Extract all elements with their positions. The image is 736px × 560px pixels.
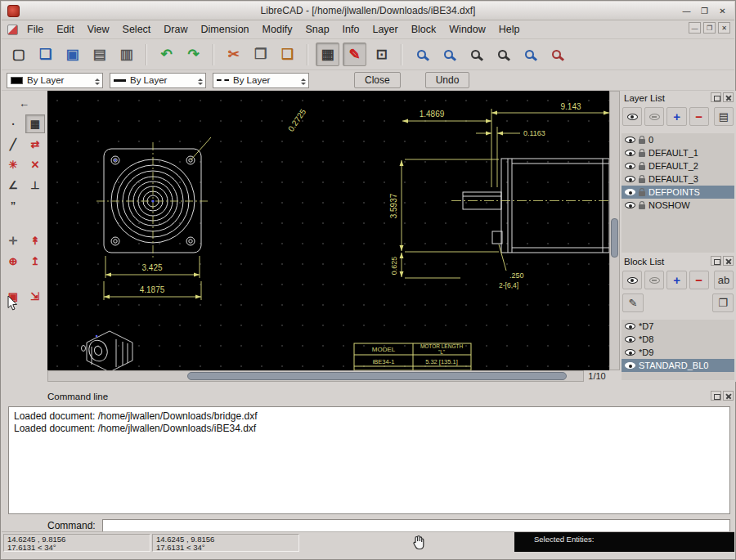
block-row[interactable]: STANDARD_BL0 <box>622 359 734 372</box>
zoom-in-button[interactable] <box>410 43 433 66</box>
hide-all-layers-button[interactable] <box>644 107 664 126</box>
pen-linetype-combo[interactable]: By Layer <box>213 73 309 88</box>
insert-block-tool-button[interactable]: ⇲ <box>25 287 45 306</box>
back-arrow-button[interactable]: ← <box>4 94 44 113</box>
menu-window[interactable]: Window <box>442 21 491 38</box>
float-panel-icon[interactable] <box>711 92 721 102</box>
menu-help[interactable]: Help <box>492 21 527 38</box>
mdi-restore-icon[interactable]: ❐ <box>703 22 716 34</box>
grid-toggle-button[interactable]: ▦ <box>316 43 339 66</box>
layer-visibility-icon[interactable] <box>625 189 635 195</box>
snap-grid-button[interactable]: ⊡ <box>370 43 393 66</box>
snap-grid-tool-button[interactable]: ▦ <box>25 114 45 133</box>
layer-lock-icon[interactable] <box>639 152 645 157</box>
add-block-button[interactable]: + <box>666 271 686 289</box>
layer-lock-icon[interactable] <box>639 191 645 196</box>
angle-tool-button[interactable]: ∠ <box>3 176 23 195</box>
float-panel-icon[interactable] <box>711 391 721 401</box>
block-visibility-icon[interactable] <box>625 362 635 369</box>
redo-button[interactable]: ↷ <box>182 43 205 66</box>
command-panel-header[interactable]: Command line <box>2 389 736 404</box>
block-list-header[interactable]: Block List <box>620 254 736 268</box>
draw-pen-button[interactable]: ✎ <box>343 43 366 66</box>
layer-visibility-icon[interactable] <box>625 176 635 182</box>
paste-button[interactable]: ❑ <box>276 43 299 66</box>
zoom-auto-button[interactable] <box>464 43 487 66</box>
block-row[interactable]: *D7 <box>622 320 734 333</box>
layer-visibility-icon[interactable] <box>625 150 635 156</box>
print-button[interactable]: ▤ <box>88 43 111 66</box>
layer-lock-icon[interactable] <box>639 204 645 209</box>
layer-lock-icon[interactable] <box>639 178 645 183</box>
save-file-button[interactable]: ▣ <box>61 43 84 66</box>
insert-block-button[interactable]: ❐ <box>712 293 734 312</box>
arrows-up-tool-button[interactable]: ↟ <box>25 231 45 250</box>
new-file-button[interactable]: ▢ <box>7 43 30 66</box>
close-panel-icon[interactable] <box>723 92 734 102</box>
rename-block-button[interactable]: ab <box>714 271 734 289</box>
perpendicular-tool-button[interactable]: ⊥ <box>25 176 45 195</box>
maximize-icon[interactable]: ❐ <box>698 4 711 18</box>
open-file-button[interactable]: ❏ <box>34 43 57 66</box>
hide-all-blocks-button[interactable] <box>644 271 664 289</box>
print-preview-button[interactable]: ▥ <box>114 43 138 66</box>
zoom-out-button[interactable] <box>437 43 460 66</box>
close-panel-icon[interactable] <box>723 391 734 401</box>
layer-row[interactable]: DEFAULT_2 <box>622 159 734 172</box>
zoom-previous-button[interactable] <box>491 43 514 66</box>
layer-row[interactable]: NOSHOW <box>622 199 734 212</box>
show-all-blocks-button[interactable] <box>622 271 642 289</box>
combo-arrows-icon[interactable] <box>301 76 306 87</box>
parallel-arrows-tool-button[interactable]: ⇄ <box>25 135 45 154</box>
layer-lock-icon[interactable] <box>639 139 645 144</box>
menu-layer[interactable]: Layer <box>366 21 404 38</box>
menu-info[interactable]: Info <box>336 21 366 38</box>
float-panel-icon[interactable] <box>711 256 721 266</box>
remove-block-button[interactable]: − <box>689 271 709 289</box>
menu-select[interactable]: Select <box>116 21 158 38</box>
layer-lock-icon[interactable] <box>639 165 645 170</box>
add-layer-button[interactable]: + <box>666 107 686 126</box>
layer-visibility-icon[interactable] <box>625 202 635 208</box>
vertical-scrollbar-thumb[interactable] <box>611 218 618 258</box>
title-bar[interactable]: LibreCAD - [/home/jlwallen/Downloads/iBE… <box>2 2 734 20</box>
vertical-scrollbar[interactable] <box>609 91 620 370</box>
menu-view[interactable]: View <box>81 21 116 38</box>
block-visibility-icon[interactable] <box>625 336 635 343</box>
layer-row[interactable]: DEFAULT_1 <box>622 146 734 159</box>
zoom-pan-button[interactable] <box>545 43 568 66</box>
block-row[interactable]: *D8 <box>622 333 734 346</box>
menu-draw[interactable]: Draw <box>157 21 194 38</box>
move-tool-button[interactable]: ✛ <box>3 231 23 250</box>
layer-row[interactable]: 0 <box>622 133 734 146</box>
command-input[interactable] <box>102 519 730 533</box>
text-tool-button[interactable]: ” <box>3 196 23 215</box>
cut-button[interactable]: ✂ <box>222 43 245 66</box>
rotate-tool-button[interactable]: ⊕ <box>3 252 23 271</box>
close-panel-icon[interactable] <box>723 256 734 266</box>
block-tool-button[interactable]: ▣ <box>3 287 23 306</box>
line-tool-button[interactable]: ╱ <box>3 135 23 154</box>
combo-arrows-icon[interactable] <box>95 76 100 87</box>
zoom-window-button[interactable] <box>518 43 541 66</box>
block-row[interactable]: *D9 <box>622 346 734 359</box>
pen-width-combo[interactable]: By Layer <box>110 73 206 88</box>
command-output[interactable]: Loaded document: /home/jlwallen/Download… <box>8 406 730 514</box>
horizontal-scrollbar[interactable] <box>47 370 584 382</box>
mdi-minimize-icon[interactable]: — <box>689 22 701 34</box>
layer-visibility-icon[interactable] <box>625 163 635 169</box>
pen-color-combo[interactable]: By Layer <box>7 73 103 88</box>
pin-tool-button[interactable]: ↥ <box>25 252 45 271</box>
horizontal-scrollbar-thumb[interactable] <box>187 372 567 380</box>
drawing-canvas[interactable]: 0.2725 1.4869 9.143 0.1163 3.5937 0.625 … <box>47 91 609 370</box>
menu-modify[interactable]: Modify <box>256 21 299 38</box>
show-all-layers-button[interactable] <box>622 107 642 126</box>
menu-edit[interactable]: Edit <box>50 21 81 38</box>
undo-button[interactable]: ↶ <box>155 43 178 66</box>
cross-snap-tool-button[interactable]: ✕ <box>25 155 45 174</box>
layer-visibility-icon[interactable] <box>625 137 635 143</box>
layer-row[interactable]: DEFAULT_3 <box>622 172 734 186</box>
close-button[interactable]: Close <box>354 72 401 88</box>
mdi-close-icon[interactable]: ✕ <box>718 22 730 34</box>
edit-block-button[interactable]: ✎ <box>622 293 644 312</box>
